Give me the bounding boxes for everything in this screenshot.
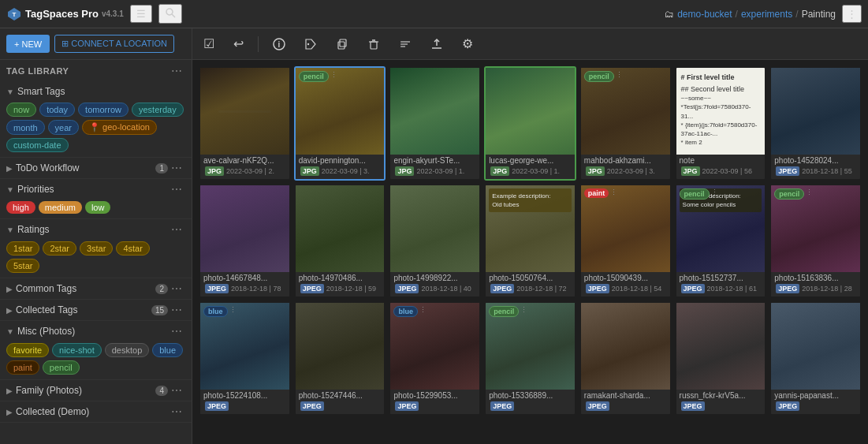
grid-item[interactable]: russn_fckr-krV5a... JPEG [675,301,767,416]
grid-item[interactable]: engin-akyurt-STe... JPG 2022-03-09 | 1. [389,66,481,181]
collected-tags-header[interactable]: ▶ Collected Tags 15 ⋯ [0,300,192,320]
tag-yesterday[interactable]: yesterday [132,103,184,117]
new-button[interactable]: + NEW [6,35,50,53]
tag-2star[interactable]: 2star [43,241,76,256]
tag-geo-location[interactable]: 📍 geo-location [82,120,157,135]
todo-header[interactable]: ▶ ToDo Workflow 1 ⋯ [0,158,192,178]
grid-item[interactable]: blue ⋮ photo-15224108... JPEG [199,301,291,416]
common-tags-header[interactable]: ▶ Common Tags 2 ⋯ [0,278,192,299]
tag-tomorrow[interactable]: tomorrow [78,103,129,117]
tag-blue[interactable]: blue [152,343,183,357]
collected-demo-header[interactable]: ▶ Collected (Demo) ⋯ [0,401,192,422]
svg-text:T: T [13,11,17,18]
file-grid: ave-calvar-nKF2Q... JPG 2022-03-09 | 2. … [192,60,868,444]
common-tags-more-button[interactable]: ⋯ [168,282,185,295]
grid-item[interactable]: lucas-george-we... JPG 2022-03-09 | 1. [484,66,576,181]
tag-pencil-overlay[interactable]: pencil [299,71,329,82]
sidebar: + NEW ⊞ CONNECT A LOCATION TAG LIBRARY ⋯… [0,28,192,444]
breadcrumb-experiments[interactable]: experiments [741,9,792,20]
grid-item[interactable]: photo-15247446... JPEG [294,301,386,416]
tag-custom-date[interactable]: custom-date [6,138,69,152]
grid-item[interactable]: photo-14970486... JPEG 2018-12-18 | 59 [294,184,386,298]
ratings-more-button[interactable]: ⋯ [168,223,185,236]
ratings-arrow: ▼ [6,226,14,234]
tag-pencil-overlay[interactable]: pencil [489,306,519,317]
connect-location-button[interactable]: ⊞ CONNECT A LOCATION [54,35,174,53]
tag-4star[interactable]: 4star [116,241,149,256]
upload-button[interactable] [426,35,448,54]
tag-low[interactable]: low [85,201,111,214]
tag-nice-shot[interactable]: nice-shot [52,343,102,357]
grid-item[interactable]: ave-calvar-nKF2Q... JPG 2022-03-09 | 2. [199,66,291,181]
tag-month[interactable]: month [6,120,45,135]
grid-item[interactable]: pencil ⋮ photo-15336889... JPEG [484,301,576,416]
tag-now[interactable]: now [6,103,36,117]
settings-button[interactable]: ⚙ [457,33,478,54]
tag-1star[interactable]: 1star [6,241,39,256]
collected-demo-title: Collected (Demo) [16,406,168,417]
grid-item[interactable]: blue ⋮ photo-15299053... JPEG [389,301,481,416]
priorities-more-button[interactable]: ⋯ [168,183,185,196]
back-button[interactable]: ↩ [229,33,248,54]
tag-5star[interactable]: 5star [6,259,39,273]
todo-title: ToDo Workflow [16,162,152,173]
svg-point-6 [307,43,309,44]
grid-item[interactable]: Example description:Some color pencils p… [675,184,767,298]
priorities-header[interactable]: ▼ Priorities ⋯ [0,179,192,200]
item-name: photo-15152737... [680,274,762,282]
tag-favorite[interactable]: favorite [6,343,49,357]
tag-pencil[interactable]: pencil [43,360,80,375]
grid-item[interactable]: yannis-papanast... JPEG [769,301,862,416]
tag-button[interactable] [300,35,322,54]
grid-item[interactable]: pencil ⋮ david-pennington... JPG 2022-03… [294,66,386,181]
select-all-button[interactable]: ☑ [199,33,219,54]
tag-desktop[interactable]: desktop [105,343,150,357]
collected-demo-more-button[interactable]: ⋯ [168,405,185,418]
priority-chips: high medium low [0,200,192,218]
tag-library-more-button[interactable]: ⋯ [168,65,185,77]
tag-blue-overlay[interactable]: blue [393,306,418,317]
breadcrumb: 🗂 demo-bucket / experiments / Painting [665,9,836,20]
grid-item[interactable]: pencil ⋮ mahbod-akhzami... JPG 2022-03-0… [579,66,672,181]
grid-item[interactable]: pencil ⋮ photo-15163836... JPEG 2018-12-… [769,184,862,298]
app-logo: T TagSpaces Pro v4.3.1 [6,6,124,22]
smart-tags-header[interactable]: ▼ Smart Tags [0,82,192,101]
grid-item[interactable]: # First level title ## Second level titl… [675,66,767,181]
misc-more-button[interactable]: ⋯ [168,325,185,338]
grid-item[interactable]: Example description:Old tubes photo-1505… [484,184,576,298]
grid-item[interactable]: paint ⋮ photo-15090439... JPEG 2018-12-1… [579,184,672,298]
tag-high[interactable]: high [6,201,35,214]
search-button[interactable] [158,4,182,24]
grid-item[interactable]: ramakant-sharda... JPEG [579,301,672,416]
copy-button[interactable] [331,35,353,54]
tag-paint-overlay[interactable]: paint [584,188,609,198]
grid-item[interactable]: photo-14528024... JPEG 2018-12-18 | 55 [769,66,862,181]
svg-line-3 [172,14,175,17]
tag-pencil-overlay[interactable]: pencil [774,188,804,200]
delete-button[interactable] [363,35,385,54]
collected-tags-more-button[interactable]: ⋯ [168,304,185,316]
sort-button[interactable] [394,35,416,54]
ratings-header[interactable]: ▼ Ratings ⋯ [0,219,192,240]
svg-rect-7 [338,42,345,49]
tag-3star[interactable]: 3star [80,241,113,256]
item-name: photo-14667848... [203,274,286,282]
family-more-button[interactable]: ⋯ [168,384,185,397]
tag-year[interactable]: year [48,120,79,135]
tag-medium[interactable]: medium [39,201,82,214]
breadcrumb-bucket[interactable]: demo-bucket [677,9,732,20]
tag-pencil-overlay[interactable]: pencil [584,71,614,82]
family-header[interactable]: ▶ Family (Photos) 4 ⋯ [0,380,192,401]
todo-more-button[interactable]: ⋯ [168,162,185,174]
breadcrumb-more-button[interactable]: ⋮ [842,5,862,23]
info-button[interactable]: i [268,35,290,54]
grid-item[interactable]: photo-14667848... JPEG 2018-12-18 | 78 [199,184,291,298]
common-tags-arrow: ▶ [6,285,13,293]
grid-item[interactable]: photo-14998922... JPEG 2018-12-18 | 40 [389,184,481,298]
menu-toggle-button[interactable]: ☰ [130,5,152,23]
tag-blue-overlay[interactable]: blue [203,306,228,317]
tag-paint[interactable]: paint [6,360,39,375]
tag-pencil-overlay[interactable]: pencil [680,188,710,200]
misc-header[interactable]: ▼ Misc (Photos) ⋯ [0,321,192,341]
tag-today[interactable]: today [39,103,75,117]
